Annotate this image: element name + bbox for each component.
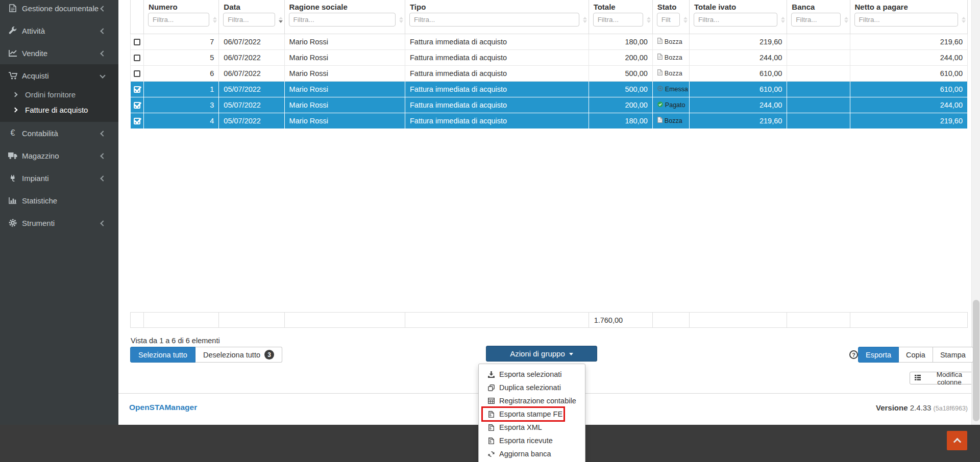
column-header-netto-a-pagare[interactable]: Netto a pagare: [850, 0, 967, 34]
status-badge: Bozza: [657, 117, 684, 124]
sidebar-item-label: Attività: [22, 27, 45, 35]
filter-input-stato[interactable]: [657, 13, 680, 27]
sidebar-item-gestione-documentale[interactable]: Gestione documentale: [0, 0, 118, 19]
brand-link[interactable]: OpenSTAManager: [129, 403, 197, 412]
caret-down-icon: [569, 353, 573, 355]
column-header-numero[interactable]: Numero: [144, 0, 219, 34]
sidebar-item-vendite[interactable]: Vendite: [0, 42, 118, 64]
check-circle-icon: [657, 101, 663, 109]
cell-ragione: Mario Rossi: [284, 113, 405, 129]
filter-input-totale-ivato[interactable]: [694, 13, 777, 27]
row-checkbox[interactable]: [131, 49, 144, 65]
gear-icon: [7, 219, 18, 227]
cell-tipo: Fattura immediata di acquisto: [405, 65, 589, 81]
copia-button[interactable]: Copia: [899, 347, 933, 363]
unchecked-checkbox-icon: [134, 70, 140, 77]
deselect-all-button[interactable]: Deseleziona tutto 3: [195, 347, 282, 363]
menu-item-registrazione-contabile[interactable]: Registrazione contabile: [479, 394, 585, 407]
esporta-button[interactable]: Esporta: [858, 347, 899, 363]
filter-input-data[interactable]: [223, 13, 275, 27]
row-checkbox[interactable]: [131, 97, 144, 113]
sort-carets-icon[interactable]: [399, 17, 403, 23]
scrollbar-thumb[interactable]: [973, 300, 979, 421]
scroll-to-top-button[interactable]: [947, 431, 967, 450]
row-checkbox[interactable]: [131, 34, 144, 49]
chevron-left-icon: [100, 29, 105, 33]
column-header-tipo[interactable]: Tipo: [405, 0, 589, 34]
sidebar-item-label: Contabilità: [22, 129, 58, 138]
table-row-invoice-7[interactable]: 706/07/2022Mario RossiFattura immediata …: [131, 34, 968, 49]
row-checkbox[interactable]: [131, 81, 144, 97]
menu-item-esporta-stampe-fe[interactable]: Esporta stampe FE: [479, 407, 585, 421]
menu-item-esporta-selezionati[interactable]: Esporta selezionati: [479, 368, 585, 381]
filter-input-tipo[interactable]: [409, 13, 579, 27]
sidebar-item-fatture-di-acquisto[interactable]: Fatture di acquisto: [0, 102, 118, 117]
table-row-invoice-1[interactable]: 105/07/2022Mario RossiFattura immediata …: [131, 81, 968, 97]
sort-carets-icon[interactable]: [683, 17, 688, 23]
cell-tipo: Fattura immediata di acquisto: [405, 49, 589, 65]
cell-ragione: Mario Rossi: [284, 97, 405, 113]
sort-carets-icon[interactable]: [781, 17, 785, 23]
totals-cell: [850, 313, 967, 328]
column-header-data[interactable]: Data: [219, 0, 284, 34]
menu-item-aggiorna-banca[interactable]: Aggiorna banca: [479, 447, 585, 460]
menu-item-esporta-xml[interactable]: Esporta XML: [479, 421, 585, 434]
sort-carets-icon[interactable]: [213, 17, 217, 23]
sort-carets-icon[interactable]: [279, 17, 283, 23]
help-icon[interactable]: ?: [849, 350, 858, 359]
sidebar-item-ordini-fornitore[interactable]: Ordini fornitore: [0, 87, 118, 102]
sort-carets-icon[interactable]: [962, 17, 966, 23]
cell-data: 06/07/2022: [219, 34, 284, 49]
document-icon: [7, 4, 18, 12]
sort-carets-icon[interactable]: [844, 17, 848, 23]
column-label: Tipo: [405, 0, 589, 13]
sidebar-item-strumenti[interactable]: Strumenti: [0, 212, 118, 234]
table-row-invoice-3[interactable]: 305/07/2022Mario RossiFattura immediata …: [131, 97, 968, 113]
cell-totale_ivato: 219,60: [689, 113, 787, 129]
draft-file-icon: [657, 117, 663, 124]
cell-netto: 219,60: [850, 34, 967, 49]
sidebar-item-magazzino[interactable]: Magazzino: [0, 144, 118, 167]
column-header-ragione-sociale[interactable]: Ragione sociale: [284, 0, 405, 34]
cell-netto: 610,00: [850, 65, 967, 81]
sidebar-subitem-label: Ordini fornitore: [25, 90, 76, 99]
menu-item-esporta-ricevute[interactable]: Esporta ricevute: [479, 434, 585, 447]
filter-input-numero[interactable]: [148, 13, 209, 27]
sort-carets-icon[interactable]: [647, 17, 651, 23]
row-checkbox[interactable]: [131, 65, 144, 81]
sidebar-item-contabilit[interactable]: €Contabilità: [0, 122, 118, 144]
row-checkbox[interactable]: [131, 113, 144, 129]
group-actions-label: Azioni di gruppo: [510, 349, 565, 358]
column-header-banca[interactable]: Banca: [787, 0, 850, 34]
sidebar-item-label: Impianti: [22, 174, 49, 183]
table-row-invoice-6[interactable]: 606/07/2022Mario RossiFattura immediata …: [131, 65, 968, 81]
sidebar-item-statistiche[interactable]: Statistiche: [0, 189, 118, 212]
sidebar-item-impianti[interactable]: Impianti: [0, 167, 118, 189]
filter-input-ragione-sociale[interactable]: [289, 13, 396, 27]
sidebar-item-attivit[interactable]: Attività: [0, 19, 118, 42]
select-all-button[interactable]: Seleziona tutto: [130, 347, 195, 363]
stampa-button[interactable]: Stampa: [933, 347, 973, 363]
sidebar-item-label: Gestione documentale: [22, 4, 99, 13]
chevron-left-icon: [100, 221, 105, 225]
totals-row-table: 1.760,00: [130, 312, 968, 328]
filter-input-totale[interactable]: [593, 13, 643, 27]
table-row-invoice-4[interactable]: 405/07/2022Mario RossiFattura immediata …: [131, 113, 968, 129]
status-label: Bozza: [665, 38, 682, 45]
status-badge: Bozza: [657, 54, 684, 61]
edit-columns-button[interactable]: Modifica colonne: [910, 372, 980, 384]
column-header-totale[interactable]: Totale: [589, 0, 652, 34]
table-row-invoice-5[interactable]: 506/07/2022Mario RossiFattura immediata …: [131, 49, 968, 65]
menu-item-duplica-selezionati[interactable]: Duplica selezionati: [479, 381, 585, 394]
column-label: Data: [219, 0, 284, 13]
sort-carets-icon[interactable]: [583, 17, 587, 23]
sidebar-item-acquisti[interactable]: Acquisti: [0, 64, 118, 87]
menu-item-label: Registrazione contabile: [499, 397, 576, 405]
column-header-totale-ivato[interactable]: Totale ivato: [689, 0, 787, 34]
cell-totale: 500,00: [589, 81, 652, 97]
group-actions-button[interactable]: Azioni di gruppo: [486, 346, 597, 362]
cell-tipo: Fattura immediata di acquisto: [405, 34, 589, 49]
column-header-stato[interactable]: Stato: [652, 0, 689, 34]
filter-input-banca[interactable]: [791, 13, 840, 27]
filter-input-netto-a-pagare[interactable]: [854, 13, 958, 27]
